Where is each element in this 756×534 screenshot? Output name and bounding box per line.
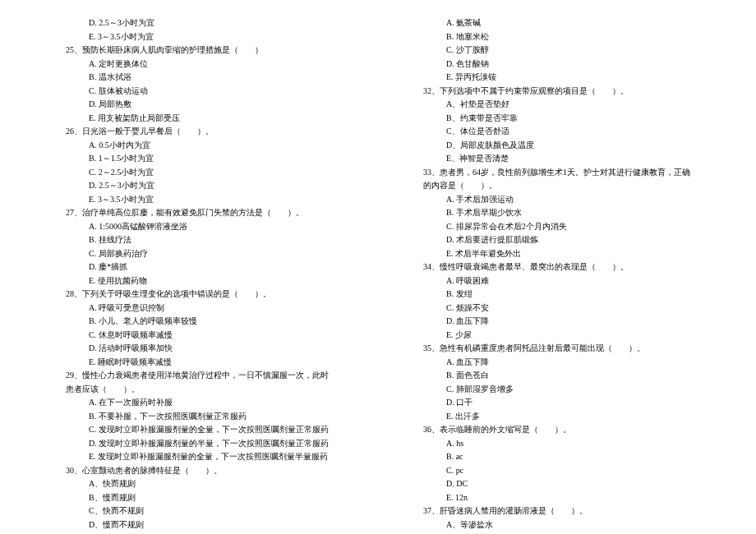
option: E、神智是否清楚 — [423, 152, 690, 166]
right-column: A. 氨茶碱 B. 地塞米松 C. 沙丁胺醇 D. 色甘酸钠 E. 异丙托溴铵 … — [423, 16, 690, 534]
option: D. 局部热敷 — [66, 98, 333, 112]
option: C. 烦躁不安 — [423, 302, 690, 315]
option: C. 肺部湿罗音增多 — [423, 383, 690, 397]
option: D. 色甘酸钠 — [423, 58, 690, 71]
option: B. 发绀 — [423, 288, 690, 302]
question-33: 33、患者男，64岁，良性前列腺增生术1天。护士对其进行健康教育，正确的内容是（… — [423, 166, 690, 193]
option: C、体位是否舒适 — [423, 125, 690, 139]
option: A. 血压下降 — [423, 356, 690, 370]
option: E. 3～3.5小时为宜 — [66, 30, 333, 44]
option: A、衬垫是否垫好 — [423, 98, 690, 112]
option: E. 12n — [423, 491, 690, 505]
option: A、快而规则 — [66, 477, 333, 491]
option: B. 不要补服，下一次按照医嘱剂量正常服药 — [66, 410, 333, 424]
option: E. 用支被架防止局部受压 — [66, 112, 333, 126]
option: D. 口干 — [423, 396, 690, 410]
option: A. 呼吸困难 — [423, 274, 690, 288]
question-32: 32、下列选项中不属于约束带应观察的项目是（ ）。 — [423, 85, 690, 99]
option: C. 排尿异常会在术后2个月内消失 — [423, 220, 690, 234]
question-25: 25、预防长期卧床病人肌肉挛缩的护理措施是（ ） — [66, 44, 333, 58]
option: C. pc — [423, 464, 690, 478]
option: B. 1～1.5小时为宜 — [66, 152, 333, 166]
option: D. 血压下降 — [423, 315, 690, 329]
question-37: 37、肝昏迷病人禁用的灌肠溶液是（ ）。 — [423, 504, 690, 518]
option: A. 在下一次服药时补服 — [66, 396, 333, 410]
option: B. 温水拭浴 — [66, 71, 333, 85]
option: B. ac — [423, 450, 690, 464]
question-35: 35、急性有机磷重度患者阿托品注射后最可能出现（ ）。 — [423, 342, 690, 356]
option: E. 睡眠时呼吸频率减慢 — [66, 356, 333, 370]
option: D. 2.5～3小时为宜 — [66, 179, 333, 193]
left-column: D. 2.5～3小时为宜 E. 3～3.5小时为宜 25、预防长期卧床病人肌肉挛… — [66, 16, 333, 534]
question-26: 26、日光浴一般于婴儿早餐后（ ）。 — [66, 125, 333, 139]
option: A. 0.5小时内为宜 — [66, 139, 333, 153]
question-34: 34、慢性呼吸衰竭患者最早、最突出的表现是（ ）。 — [423, 260, 690, 274]
option: A. 手术后加强运动 — [423, 193, 690, 207]
option: B. 面色苍白 — [423, 369, 690, 383]
option: C. 沙丁胺醇 — [423, 44, 690, 58]
option: E. 少尿 — [423, 329, 690, 343]
option: D、局部皮肤颜色及温度 — [423, 139, 690, 153]
question-29: 29、慢性心力衰竭患者使用洋地黄治疗过程中，一日不慎漏服一次，此时患者应该（ ）… — [66, 369, 333, 396]
question-28: 28、下列关于呼吸生理变化的选项中错误的是（ ）。 — [66, 288, 333, 302]
option: A. 定时更换体位 — [66, 58, 333, 71]
option: E. 术后半年避免外出 — [423, 247, 690, 261]
option: A. hs — [423, 437, 690, 451]
option: D. 瘘*摘抓 — [66, 260, 333, 274]
option: C. 休息时呼吸频率减慢 — [66, 329, 333, 343]
option: B、慢而规则 — [66, 491, 333, 505]
option: B. 手术后早期少饮水 — [423, 206, 690, 220]
option: C. 发现时立即补服漏服剂量的全量，下一次按照医嘱剂量正常服药 — [66, 423, 333, 437]
option: A. 1:5000高锰酸钾溶液坐浴 — [66, 220, 333, 234]
option: E. 出汗多 — [423, 410, 690, 424]
option: D. 2.5～3小时为宜 — [66, 16, 333, 30]
option: B、约束带是否牢靠 — [423, 112, 690, 126]
option: E. 3～3.5小时为宜 — [66, 193, 333, 207]
option: D. 术后要进行提肛肌锻炼 — [423, 233, 690, 247]
option: D. 发现时立即补服漏服剂量的半量，下一次按照医嘱剂量正常服药 — [66, 437, 333, 451]
option: E. 异丙托溴铵 — [423, 71, 690, 85]
option: B. 小儿、老人的呼吸频率较慢 — [66, 315, 333, 329]
option: D. DC — [423, 477, 690, 491]
option: C. 2～2.5小时为宜 — [66, 166, 333, 180]
option: E. 使用抗菌药物 — [66, 274, 333, 288]
option: D、慢而不规则 — [66, 518, 333, 532]
question-27: 27、治疗单纯高位肛瘘，能有效避免肛门失禁的方法是（ ）。 — [66, 206, 333, 220]
question-36: 36、表示临睡前的外文缩写是（ ）。 — [423, 423, 690, 437]
option: C. 局部换药治疗 — [66, 247, 333, 261]
option: C. 肢体被动运动 — [66, 85, 333, 99]
option: E. 发现时立即补服漏服剂量的全量，下一次按照医嘱剂量半量服药 — [66, 450, 333, 464]
question-30: 30、心室颤动患者的脉搏特征是（ ）。 — [66, 464, 333, 478]
option: A. 呼吸可受意识控制 — [66, 302, 333, 315]
option: A. 氨茶碱 — [423, 16, 690, 30]
option: D. 活动时呼吸频率加快 — [66, 342, 333, 356]
option: B. 地塞米松 — [423, 30, 690, 44]
option: C、快而不规则 — [66, 504, 333, 518]
option: B. 挂线疗法 — [66, 233, 333, 247]
option: A、等渗盐水 — [423, 518, 690, 532]
